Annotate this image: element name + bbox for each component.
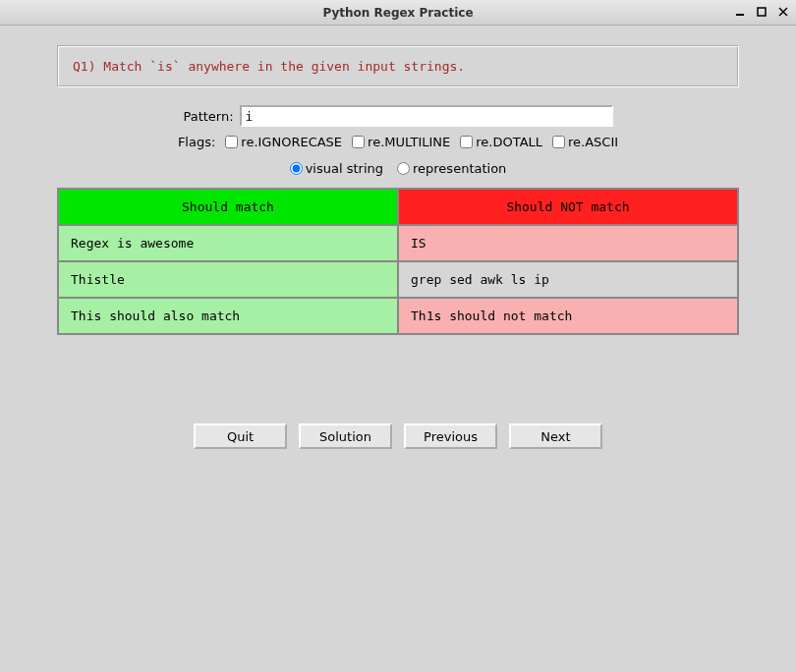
quit-button[interactable]: Quit xyxy=(194,423,287,449)
flag-ignorecase[interactable]: re.IGNORECASE xyxy=(225,135,342,149)
pattern-label: Pattern: xyxy=(183,109,233,124)
flag-multiline[interactable]: re.MULTILINE xyxy=(352,135,450,149)
flags-row: Flags: re.IGNORECASE re.MULTILINE re.DOT… xyxy=(18,135,778,149)
titlebar: Python Regex Practice xyxy=(0,0,796,26)
view-visual-string-radio[interactable] xyxy=(290,162,303,175)
view-representation-label: representation xyxy=(413,161,506,176)
svg-rect-1 xyxy=(758,8,766,16)
match-cell: This should also match xyxy=(58,298,398,334)
flag-dotall-label: re.DOTALL xyxy=(476,135,542,149)
close-icon[interactable] xyxy=(774,4,792,20)
flag-multiline-checkbox[interactable] xyxy=(352,136,365,148)
flag-ignorecase-checkbox[interactable] xyxy=(225,136,238,148)
window-title: Python Regex Practice xyxy=(322,6,473,20)
match-cell: Thistle xyxy=(58,261,398,298)
view-visual-string-label: visual string xyxy=(306,161,383,176)
flag-ascii-checkbox[interactable] xyxy=(552,136,565,148)
pattern-input[interactable] xyxy=(240,105,613,127)
app-body: Q1) Match `is` anywhere in the given inp… xyxy=(0,26,796,469)
flags-label: Flags: xyxy=(178,135,215,149)
nomatch-cell: IS xyxy=(398,225,738,261)
flag-dotall-checkbox[interactable] xyxy=(460,136,473,148)
flag-ascii[interactable]: re.ASCII xyxy=(552,135,618,149)
match-cell: Regex is awesome xyxy=(58,225,398,261)
match-table: Should match Should NOT match Regex is a… xyxy=(57,188,739,335)
header-should-not-match: Should NOT match xyxy=(398,189,738,225)
maximize-icon[interactable] xyxy=(753,4,770,20)
nomatch-cell: grep sed awk ls ip xyxy=(398,261,738,298)
flag-multiline-label: re.MULTILINE xyxy=(368,135,450,149)
titlebar-controls xyxy=(731,4,792,20)
flag-ignorecase-label: re.IGNORECASE xyxy=(241,135,342,149)
minimize-icon[interactable] xyxy=(731,4,749,20)
view-mode-row: visual string representation xyxy=(18,161,778,176)
button-row: Quit Solution Previous Next xyxy=(18,423,778,449)
nomatch-cell: Th1s should not match xyxy=(398,298,738,334)
next-button[interactable]: Next xyxy=(509,423,602,449)
view-visual-string[interactable]: visual string xyxy=(290,161,383,176)
view-representation[interactable]: representation xyxy=(397,161,506,176)
header-should-match: Should match xyxy=(58,189,398,225)
flag-dotall[interactable]: re.DOTALL xyxy=(460,135,542,149)
question-text: Q1) Match `is` anywhere in the given inp… xyxy=(73,59,465,74)
pattern-row: Pattern: xyxy=(18,105,778,127)
view-representation-radio[interactable] xyxy=(397,162,410,175)
solution-button[interactable]: Solution xyxy=(299,423,392,449)
previous-button[interactable]: Previous xyxy=(404,423,497,449)
question-frame: Q1) Match `is` anywhere in the given inp… xyxy=(57,45,739,87)
flag-ascii-label: re.ASCII xyxy=(568,135,618,149)
